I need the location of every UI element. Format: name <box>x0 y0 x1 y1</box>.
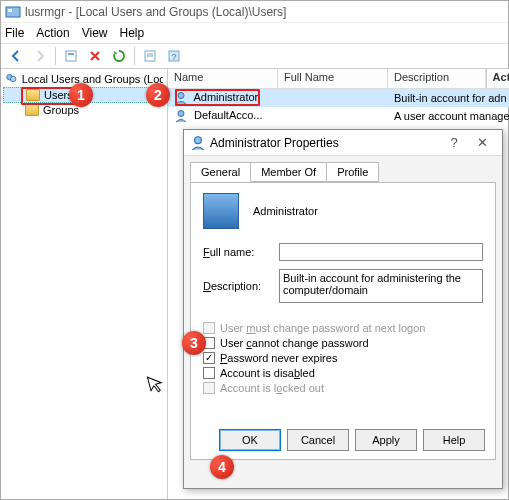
svg-rect-3 <box>68 53 74 55</box>
check-must-change: User must change password at next logon <box>203 322 483 334</box>
marker-3: 3 <box>182 331 206 355</box>
help-button[interactable]: Help <box>423 429 485 451</box>
svg-point-13 <box>195 136 202 143</box>
action-button[interactable] <box>60 45 82 67</box>
marker-4: 4 <box>210 455 234 479</box>
tab-general[interactable]: General <box>190 162 251 182</box>
check-label: Account is locked out <box>220 382 324 394</box>
list-header: Name Full Name Description Act <box>168 69 509 89</box>
profile-icon <box>203 193 239 229</box>
col-actions[interactable]: Act <box>486 69 509 88</box>
description-input[interactable]: Built-in account for administering the c… <box>279 269 483 303</box>
menu-help[interactable]: Help <box>120 26 145 40</box>
context-help-button[interactable]: ? <box>440 135 468 150</box>
list-row-defaultaccount[interactable]: DefaultAcco... A user account manage <box>168 107 509 125</box>
checkbox-icon[interactable] <box>203 367 215 379</box>
titlebar: lusrmgr - [Local Users and Groups (Local… <box>1 1 508 23</box>
folder-icon <box>26 89 40 101</box>
forward-button[interactable] <box>29 45 51 67</box>
dialog-title: Administrator Properties <box>210 136 440 150</box>
user-icon <box>190 135 206 151</box>
help-button[interactable]: ? <box>163 45 185 67</box>
menu-file[interactable]: File <box>5 26 24 40</box>
svg-rect-2 <box>66 51 76 61</box>
check-label: User must change password at next logon <box>220 322 425 334</box>
user-icon <box>174 109 188 123</box>
main-window: lusrmgr - [Local Users and Groups (Local… <box>0 0 509 500</box>
check-label: User cannot change password <box>220 337 369 349</box>
menubar: File Action View Help <box>1 23 508 43</box>
checkbox-icon <box>203 382 215 394</box>
svg-text:?: ? <box>171 52 176 62</box>
cancel-button[interactable]: Cancel <box>287 429 349 451</box>
svg-rect-1 <box>8 9 12 12</box>
apply-button[interactable]: Apply <box>355 429 417 451</box>
tab-profile[interactable]: Profile <box>326 162 379 182</box>
dialog-buttons: OK Cancel Apply Help <box>191 429 495 451</box>
check-label: Password never expires <box>220 352 337 364</box>
menu-action[interactable]: Action <box>36 26 69 40</box>
close-button[interactable]: ✕ <box>468 135 496 150</box>
tree-pane: Local Users and Groups (Local) Users Gro… <box>1 69 168 499</box>
tab-page-general: Administrator Full name: Description: Bu… <box>190 182 496 460</box>
ok-button[interactable]: OK <box>219 429 281 451</box>
username-label: Administrator <box>253 205 318 217</box>
svg-point-12 <box>178 111 184 117</box>
refresh-button[interactable] <box>108 45 130 67</box>
checkbox-icon[interactable]: ✓ <box>203 352 215 364</box>
tab-memberof[interactable]: Member Of <box>250 162 327 182</box>
col-full[interactable]: Full Name <box>278 69 388 88</box>
description-label: Description: <box>203 280 279 292</box>
list-row-administrator[interactable]: Administrator Built-in account for adn <box>168 89 509 107</box>
tree-item-label: Groups <box>43 104 79 116</box>
svg-point-10 <box>10 76 15 81</box>
check-never-expires[interactable]: ✓ Password never expires <box>203 352 483 364</box>
toolbar: ? <box>1 43 508 69</box>
properties-dialog: Administrator Properties ? ✕ General Mem… <box>183 129 503 489</box>
delete-button[interactable] <box>84 45 106 67</box>
col-name[interactable]: Name <box>168 69 278 88</box>
svg-point-11 <box>178 93 184 99</box>
col-desc[interactable]: Description <box>388 69 486 88</box>
cell-name: DefaultAcco... <box>194 109 262 121</box>
check-label: Account is disabled <box>220 367 315 379</box>
dialog-titlebar: Administrator Properties ? ✕ <box>184 130 502 156</box>
tabstrip: General Member Of Profile <box>190 162 496 182</box>
fullname-input[interactable] <box>279 243 483 261</box>
cell-desc: A user account manage <box>388 110 509 122</box>
cell-name: Administrator <box>193 91 258 103</box>
check-account-locked: Account is locked out <box>203 382 483 394</box>
checkbox-icon <box>203 322 215 334</box>
app-icon <box>5 4 21 20</box>
fullname-label: Full name: <box>203 246 279 258</box>
folder-icon <box>25 104 39 116</box>
menu-view[interactable]: View <box>82 26 108 40</box>
tree-root-label: Local Users and Groups (Local) <box>22 73 163 85</box>
group-icon <box>5 72 18 86</box>
marker-2: 2 <box>146 83 170 107</box>
user-icon <box>174 91 188 105</box>
properties-button[interactable] <box>139 45 161 67</box>
cell-desc: Built-in account for adn <box>388 92 509 104</box>
window-title: lusrmgr - [Local Users and Groups (Local… <box>25 5 286 19</box>
check-cannot-change[interactable]: User cannot change password <box>203 337 483 349</box>
check-account-disabled[interactable]: Account is disabled <box>203 367 483 379</box>
back-button[interactable] <box>5 45 27 67</box>
marker-1: 1 <box>69 83 93 107</box>
